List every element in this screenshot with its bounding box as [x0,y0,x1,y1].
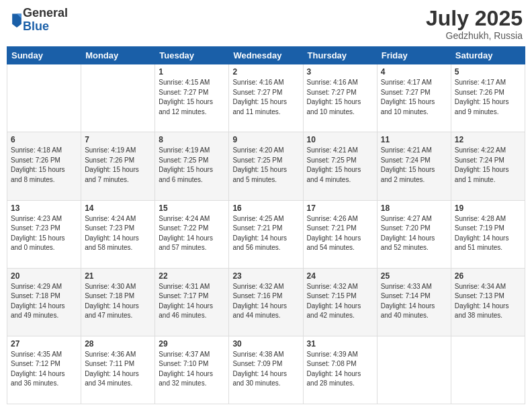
day-info: Sunrise: 4:18 AM Sunset: 7:26 PM Dayligh… [11,146,77,185]
table-row: 20Sunrise: 4:29 AM Sunset: 7:18 PM Dayli… [7,268,81,336]
day-number: 14 [85,203,151,213]
table-row: 17Sunrise: 4:26 AM Sunset: 7:21 PM Dayli… [303,200,377,268]
month-title: July 2025 [426,7,523,30]
day-number: 23 [232,271,299,281]
day-info: Sunrise: 4:24 AM Sunset: 7:22 PM Dayligh… [159,214,225,253]
table-row: 28Sunrise: 4:36 AM Sunset: 7:11 PM Dayli… [81,336,155,404]
header-sunday: Sunday [7,47,81,64]
table-row: 3Sunrise: 4:16 AM Sunset: 7:27 PM Daylig… [303,64,377,132]
day-info: Sunrise: 4:15 AM Sunset: 7:27 PM Dayligh… [159,78,225,117]
day-number: 15 [159,203,225,213]
day-info: Sunrise: 4:32 AM Sunset: 7:15 PM Dayligh… [307,282,373,321]
day-info: Sunrise: 4:26 AM Sunset: 7:21 PM Dayligh… [307,214,373,253]
day-number: 22 [159,271,225,281]
day-info: Sunrise: 4:38 AM Sunset: 7:09 PM Dayligh… [232,350,299,389]
table-row: 13Sunrise: 4:23 AM Sunset: 7:23 PM Dayli… [7,200,81,268]
day-number: 19 [455,203,521,213]
table-row: 18Sunrise: 4:27 AM Sunset: 7:20 PM Dayli… [377,200,451,268]
day-number: 1 [159,67,225,77]
week-row-1: 1Sunrise: 4:15 AM Sunset: 7:27 PM Daylig… [7,64,525,132]
day-number: 7 [85,135,151,144]
table-row: 26Sunrise: 4:34 AM Sunset: 7:13 PM Dayli… [451,268,525,336]
day-info: Sunrise: 4:29 AM Sunset: 7:18 PM Dayligh… [11,282,77,321]
table-row: 9Sunrise: 4:20 AM Sunset: 7:25 PM Daylig… [229,132,303,200]
day-number: 6 [11,135,77,144]
day-number: 10 [307,135,373,144]
table-row [81,64,155,132]
day-info: Sunrise: 4:36 AM Sunset: 7:11 PM Dayligh… [85,350,151,389]
table-row: 6Sunrise: 4:18 AM Sunset: 7:26 PM Daylig… [7,132,81,200]
table-row: 19Sunrise: 4:28 AM Sunset: 7:19 PM Dayli… [451,200,525,268]
day-info: Sunrise: 4:37 AM Sunset: 7:10 PM Dayligh… [159,350,225,389]
day-number: 31 [307,339,373,349]
day-info: Sunrise: 4:27 AM Sunset: 7:20 PM Dayligh… [381,214,447,253]
table-row: 31Sunrise: 4:39 AM Sunset: 7:08 PM Dayli… [303,336,377,404]
day-info: Sunrise: 4:20 AM Sunset: 7:25 PM Dayligh… [232,146,299,185]
table-row: 22Sunrise: 4:31 AM Sunset: 7:17 PM Dayli… [155,268,229,336]
table-row: 5Sunrise: 4:17 AM Sunset: 7:26 PM Daylig… [451,64,525,132]
day-number: 5 [455,67,521,77]
header-friday: Friday [377,47,451,64]
header-monday: Monday [81,47,155,64]
table-row: 16Sunrise: 4:25 AM Sunset: 7:21 PM Dayli… [229,200,303,268]
day-number: 9 [232,135,299,144]
table-row: 7Sunrise: 4:19 AM Sunset: 7:26 PM Daylig… [81,132,155,200]
day-number: 8 [159,135,225,144]
day-info: Sunrise: 4:22 AM Sunset: 7:24 PM Dayligh… [455,146,521,185]
day-number: 2 [232,67,299,77]
day-number: 30 [232,339,299,349]
day-number: 3 [307,67,373,77]
table-row: 11Sunrise: 4:21 AM Sunset: 7:24 PM Dayli… [377,132,451,200]
table-row: 15Sunrise: 4:24 AM Sunset: 7:22 PM Dayli… [155,200,229,268]
table-row [451,336,525,404]
table-row [377,336,451,404]
table-row: 2Sunrise: 4:16 AM Sunset: 7:27 PM Daylig… [229,64,303,132]
table-row: 10Sunrise: 4:21 AM Sunset: 7:25 PM Dayli… [303,132,377,200]
day-number: 24 [307,271,373,281]
day-number: 18 [381,203,447,213]
day-info: Sunrise: 4:34 AM Sunset: 7:13 PM Dayligh… [455,282,521,321]
day-number: 27 [11,339,77,349]
day-info: Sunrise: 4:17 AM Sunset: 7:27 PM Dayligh… [381,78,447,117]
day-info: Sunrise: 4:16 AM Sunset: 7:27 PM Dayligh… [307,78,373,117]
table-row: 24Sunrise: 4:32 AM Sunset: 7:15 PM Dayli… [303,268,377,336]
day-number: 13 [11,203,77,213]
page: General Blue July 2025 Gedzhukh, Russia … [0,0,532,411]
week-row-2: 6Sunrise: 4:18 AM Sunset: 7:26 PM Daylig… [7,132,525,200]
day-info: Sunrise: 4:39 AM Sunset: 7:08 PM Dayligh… [307,350,373,389]
table-row: 29Sunrise: 4:37 AM Sunset: 7:10 PM Dayli… [155,336,229,404]
week-row-3: 13Sunrise: 4:23 AM Sunset: 7:23 PM Dayli… [7,200,525,268]
week-row-4: 20Sunrise: 4:29 AM Sunset: 7:18 PM Dayli… [7,268,525,336]
table-row: 21Sunrise: 4:30 AM Sunset: 7:18 PM Dayli… [81,268,155,336]
day-number: 28 [85,339,151,349]
day-info: Sunrise: 4:28 AM Sunset: 7:19 PM Dayligh… [455,214,521,253]
table-row: 30Sunrise: 4:38 AM Sunset: 7:09 PM Dayli… [229,336,303,404]
day-info: Sunrise: 4:32 AM Sunset: 7:16 PM Dayligh… [232,282,299,321]
header-wednesday: Wednesday [229,47,303,64]
table-row: 23Sunrise: 4:32 AM Sunset: 7:16 PM Dayli… [229,268,303,336]
day-info: Sunrise: 4:17 AM Sunset: 7:26 PM Dayligh… [455,78,521,117]
day-info: Sunrise: 4:33 AM Sunset: 7:14 PM Dayligh… [381,282,447,321]
day-info: Sunrise: 4:23 AM Sunset: 7:23 PM Dayligh… [11,214,77,253]
day-info: Sunrise: 4:24 AM Sunset: 7:23 PM Dayligh… [85,214,151,253]
header-tuesday: Tuesday [155,47,229,64]
day-info: Sunrise: 4:21 AM Sunset: 7:24 PM Dayligh… [381,146,447,185]
day-info: Sunrise: 4:25 AM Sunset: 7:21 PM Dayligh… [232,214,299,253]
day-number: 21 [85,271,151,281]
day-info: Sunrise: 4:19 AM Sunset: 7:26 PM Dayligh… [85,146,151,185]
table-row: 27Sunrise: 4:35 AM Sunset: 7:12 PM Dayli… [7,336,81,404]
table-row [7,64,81,132]
header-thursday: Thursday [303,47,377,64]
table-row: 14Sunrise: 4:24 AM Sunset: 7:23 PM Dayli… [81,200,155,268]
title-block: July 2025 Gedzhukh, Russia [426,7,523,41]
logo-blue-text: Blue [23,20,68,34]
header-saturday: Saturday [451,47,525,64]
week-row-5: 27Sunrise: 4:35 AM Sunset: 7:12 PM Dayli… [7,336,525,404]
day-info: Sunrise: 4:30 AM Sunset: 7:18 PM Dayligh… [85,282,151,321]
location-title: Gedzhukh, Russia [426,30,523,41]
day-number: 26 [455,271,521,281]
logo-icon [11,11,23,28]
day-info: Sunrise: 4:35 AM Sunset: 7:12 PM Dayligh… [11,350,77,389]
day-number: 4 [381,67,447,77]
logo: General Blue [9,7,68,34]
